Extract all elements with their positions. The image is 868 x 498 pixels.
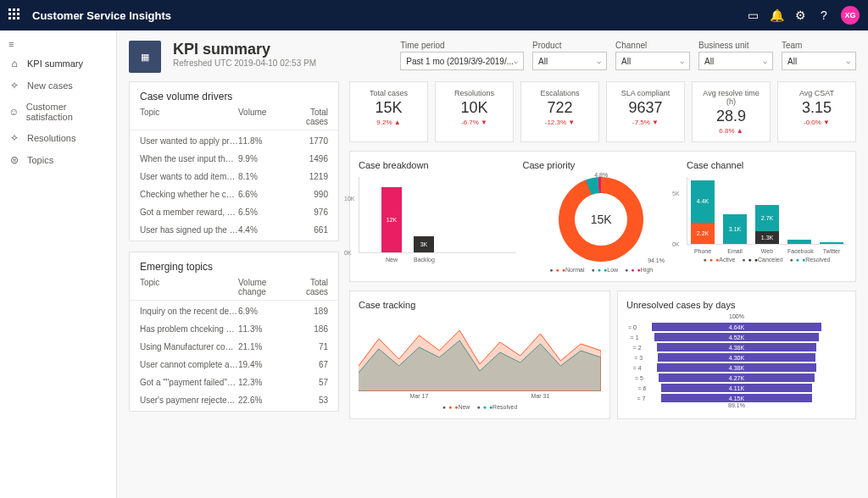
menu-toggle-icon[interactable]: ≡ [0,36,116,53]
workspace-icon[interactable]: ▭ [741,3,765,27]
table-row[interactable]: Got a member reward, an...6.5%976 [130,203,338,221]
sidebar-item-label: New cases [27,80,73,91]
top-bar: Customer Service Insights ▭ 🔔 ⚙ ? XG [0,0,868,30]
table-row[interactable]: Using Manufacturer coup...21.1%71 [130,338,338,356]
kpi-label: Escalations [530,89,590,97]
sidebar-item-4[interactable]: ⊜Topics [0,149,116,171]
chart-title: Case tracking [359,300,601,310]
kpi-label: SLA compliant [615,89,676,97]
chart-title: Case breakdown [359,160,516,170]
avatar[interactable]: XG [841,6,860,25]
funnel-bar: = 54.27K [659,374,815,382]
funnel-bar: = 64.11K [661,384,811,392]
filter-time_period[interactable]: Past 1 mo (2019/3/9-2019/...⌵ [400,52,524,70]
kpi-card: SLA compliant9637-7.5% [606,81,685,142]
nav-icon: ✧ [8,80,20,91]
col-volume[interactable]: Volume [238,108,286,126]
kpi-card: Total cases15K9.2% [349,81,428,142]
table-row[interactable]: User wanted to apply pro...11.8%1770 [130,132,338,150]
sidebar-item-3[interactable]: ✧Resolutions [0,127,116,149]
filter-channel[interactable]: All⌵ [615,52,690,70]
kpi-value: 28.9 [701,108,761,125]
chevron-down-icon: ⌵ [680,57,684,65]
filter-product[interactable]: All⌵ [532,52,607,70]
case-breakdown-chart: Case breakdown 0K 10K 12KNew3KBacklog [359,160,516,273]
case-channel-chart: Case channel 0K 5K 4.4K2.2KPhone3.1KEmai… [687,160,847,273]
kpi-value: 9637 [615,99,676,117]
kpi-delta: 6.8% [701,127,761,135]
chart-title: Case channel [687,160,847,170]
kpi-card: Escalations722-12.3% [520,81,599,142]
kpi-value: 15K [359,99,419,117]
kpi-label: Avg CSAT [787,89,847,97]
filter-label: Time period [400,41,524,50]
sidebar-item-label: Resolutions [27,133,75,143]
kpi-delta: -0.0% [787,119,847,126]
sidebar: ≡ ⌂KPI summary✧New cases☺Customer satisf… [0,30,117,498]
kpi-value: 10K [444,99,504,117]
col-topic[interactable]: Topic [140,108,238,126]
chart-title: Case priority [523,160,681,170]
kpi-value: 3.15 [787,99,847,117]
case-priority-chart: Case priority 4.8% 15K 94.1% ●Normal●Low… [523,160,681,273]
table-row[interactable]: User wants to add items t...8.1%1219 [130,168,338,185]
sidebar-item-2[interactable]: ☺Customer satisfaction [0,97,116,127]
kpi-label: Resolutions [444,89,504,97]
nav-icon: ☺ [8,106,19,118]
sidebar-item-1[interactable]: ✧New cases [0,75,116,97]
kpi-delta: -6.7% [444,119,504,126]
col-topic[interactable]: Topic [140,278,238,296]
kpi-delta: -7.5% [615,119,676,126]
filter-label: Channel [615,41,690,50]
main-content: ▦ KPI summary Refreshed UTC 2019-04-10 0… [117,30,868,498]
nav-icon: ⊜ [8,154,20,166]
chart-title: Unresolved cases by days [626,300,847,310]
filter-label: Team [782,41,856,50]
col-volchange[interactable]: Volume change [238,278,286,296]
table-row[interactable]: Got a ""payment failed"" ...12.3%57 [130,374,338,391]
sidebar-item-0[interactable]: ⌂KPI summary [0,53,116,75]
funnel-bar: = 14.52K [654,333,820,341]
funnel-bar: = 24.38K [657,343,817,351]
table-row[interactable]: User has signed up the ne...4.4%661 [130,221,338,239]
table-row[interactable]: User's paymenr rejected d...22.6%53 [130,391,338,409]
kpi-delta: 9.2% [359,119,419,126]
help-icon[interactable]: ? [812,3,836,27]
table-row[interactable]: Inquiry on the recent deal...6.9%189 [130,302,338,320]
app-title: Customer Service Insights [32,9,171,22]
kpi-value: 722 [530,99,590,117]
sidebar-item-label: KPI summary [27,58,83,69]
kpi-card: Resolutions10K-6.7% [435,81,514,142]
page-icon: ▦ [129,41,161,73]
settings-icon[interactable]: ⚙ [788,3,812,27]
funnel-bar: = 44.38K [657,363,817,372]
table-row[interactable]: Checking whether he can r...6.6%990 [130,185,338,203]
notifications-icon[interactable]: 🔔 [765,3,788,27]
kpi-delta: -12.3% [530,119,590,126]
case-volume-drivers-card: Case volume drivers Topic Volume Total c… [129,81,339,241]
chevron-down-icon: ⌵ [514,57,518,65]
kpi-label: Avg resolve time (h) [701,89,761,106]
col-total[interactable]: Total cases [286,278,328,296]
filter-team[interactable]: All⌵ [782,52,856,70]
nav-icon: ✧ [8,132,20,144]
app-launcher-icon[interactable] [8,8,22,22]
sidebar-item-label: Customer satisfaction [26,102,108,122]
chevron-down-icon: ⌵ [846,57,850,65]
filter-label: Business unit [698,41,773,50]
unresolved-cases-card: Unresolved cases by days 100% = 04.64K= … [617,290,856,419]
kpi-card: Avg resolve time (h)28.96.8% [692,81,771,142]
filter-business_unit[interactable]: All⌵ [698,52,773,70]
funnel-bar: = 74.15K [661,394,813,402]
donut: 15K [559,177,643,262]
filter-label: Product [532,41,607,50]
case-tracking-card: Case tracking Mar 17Mar 31 ●New●Resolved [349,290,610,419]
col-total[interactable]: Total cases [286,108,328,126]
table-row[interactable]: Has problem chceking exp...11.3%186 [130,320,338,338]
table-row[interactable]: User cannot complete a p...19.4%67 [130,356,338,374]
nav-icon: ⌂ [8,58,20,69]
table-row[interactable]: When the user input the c...9.9%1496 [130,150,338,168]
kpi-label: Total cases [359,89,419,97]
card-title: Emerging topics [130,252,338,278]
funnel-bar: = 04.64K [652,323,821,331]
